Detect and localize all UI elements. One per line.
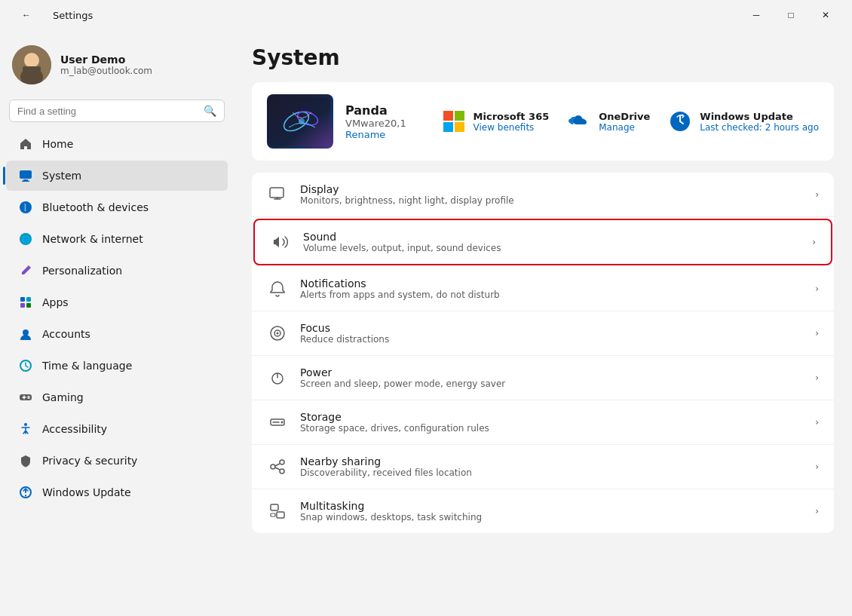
nav-accounts-label: Accounts [42,328,90,340]
storage-title: Storage [300,411,803,423]
svg-point-38 [280,469,284,473]
home-icon [18,136,33,152]
nav-bluetooth-label: Bluetooth & devices [42,201,149,213]
user-info: User Demo m_lab@outlook.com [60,54,152,76]
search-box[interactable]: 🔍 [9,100,225,122]
windowsupdate-link[interactable]: Windows Update Last checked: 2 hours ago [668,109,819,133]
sound-chevron: › [812,237,816,247]
power-chevron: › [815,372,819,383]
microsoft365-sub[interactable]: View benefits [474,122,550,133]
nav-apps-label: Apps [42,296,69,308]
nearby-desc: Discoverability, received files location [300,467,803,478]
nav-home[interactable]: Home [6,129,228,159]
avatar [12,45,51,84]
display-icon [267,184,288,205]
rename-link[interactable]: Rename [345,129,430,140]
nav-bluetooth[interactable]: ⦚ Bluetooth & devices [6,192,228,222]
settings-notifications[interactable]: Notifications Alerts from apps and syste… [252,267,834,311]
microsoft365-link[interactable]: Microsoft 365 View benefits [442,109,550,133]
bluetooth-icon: ⦚ [18,200,33,215]
svg-rect-4 [20,170,32,179]
windowsupdate-sub[interactable]: Last checked: 2 hours ago [700,122,819,133]
sound-desc: Volume levels, output, input, sound devi… [303,243,800,253]
svg-point-23 [299,118,305,124]
notifications-title: Notifications [300,277,803,290]
nearby-icon [267,456,288,477]
gaming-icon [18,390,33,405]
search-icon: 🔍 [204,105,216,117]
content-area: System [234,30,852,616]
nav-system-label: System [42,170,81,182]
minimize-button[interactable]: ─ [739,3,774,27]
nav-accessibility[interactable]: Accessibility [6,414,228,444]
user-profile[interactable]: User Demo m_lab@outlook.com [0,36,234,97]
svg-point-36 [271,464,275,469]
multitasking-title: Multitasking [300,500,803,512]
page-title: System [252,45,834,70]
nav-accounts[interactable]: Accounts [6,319,228,349]
nav-gaming[interactable]: Gaming [6,382,228,412]
settings-sound[interactable]: Sound Volume levels, output, input, soun… [253,219,832,265]
onedrive-sub[interactable]: Manage [599,122,650,133]
svg-point-18 [24,423,27,426]
svg-rect-40 [277,512,284,518]
svg-rect-39 [271,504,278,510]
svg-text:🌐: 🌐 [21,234,31,244]
nav-personalization[interactable]: Personalization [6,256,228,286]
accounts-icon [18,326,33,342]
onedrive-link[interactable]: OneDrive Manage [567,109,650,133]
update-icon [18,485,33,500]
nav-network-label: Network & internet [42,233,143,245]
svg-text:⦚: ⦚ [23,203,28,212]
nav-update[interactable]: Windows Update [6,477,228,507]
power-title: Power [300,366,803,378]
svg-rect-14 [26,303,31,308]
device-card: Panda VMware20,1 Rename [252,82,834,161]
storage-chevron: › [815,417,819,428]
search-input[interactable] [17,106,198,117]
settings-focus[interactable]: Focus Reduce distractions › [252,311,834,356]
svg-point-15 [23,329,29,336]
nav-system[interactable]: System [6,161,228,191]
nav-network[interactable]: 🌐 Network & internet [6,224,228,254]
nearby-chevron: › [815,461,819,472]
onedrive-title: OneDrive [599,111,650,122]
device-links: Microsoft 365 View benefits OneDrive [442,109,819,133]
titlebar-title: Settings [53,10,93,21]
multitasking-desc: Snap windows, desktops, task switching [300,512,803,523]
windowsupdate-title: Windows Update [700,111,819,122]
svg-rect-13 [20,303,25,308]
close-button[interactable]: ✕ [808,3,843,27]
back-button[interactable]: ← [9,3,44,27]
apps-icon [18,295,33,310]
settings-nearby[interactable]: Nearby sharing Discoverability, received… [252,445,834,489]
power-desc: Screen and sleep, power mode, energy sav… [300,378,803,389]
sound-title: Sound [303,231,800,243]
nav-personalization-label: Personalization [42,265,122,277]
windowsupdate-text: Windows Update Last checked: 2 hours ago [700,111,819,133]
svg-rect-41 [271,513,275,516]
sound-icon [270,231,291,253]
multitasking-text: Multitasking Snap windows, desktops, tas… [300,500,803,523]
onedrive-text: OneDrive Manage [599,111,650,133]
settings-storage[interactable]: Storage Storage space, drives, configura… [252,400,834,445]
nav-privacy-label: Privacy & security [42,455,137,467]
settings-multitasking[interactable]: Multitasking Snap windows, desktops, tas… [252,489,834,533]
device-info: Panda VMware20,1 Rename [345,103,430,140]
nearby-text: Nearby sharing Discoverability, received… [300,455,803,478]
maximize-button[interactable]: □ [774,3,808,27]
windowsupdate-icon [668,109,692,133]
svg-rect-6 [22,181,29,182]
titlebar-left: ← Settings [9,3,93,27]
nearby-title: Nearby sharing [300,455,803,467]
microsoft365-icon [442,109,466,133]
nav-apps[interactable]: Apps [6,287,228,317]
focus-chevron: › [815,328,819,339]
nav-privacy[interactable]: Privacy & security [6,446,228,476]
settings-display[interactable]: Display Monitors, brightness, night ligh… [252,173,834,217]
network-icon: 🌐 [18,231,33,247]
nav-time[interactable]: Time & language [6,351,228,381]
display-title: Display [300,183,803,195]
settings-power[interactable]: Power Screen and sleep, power mode, ener… [252,356,834,400]
device-name: Panda [345,103,430,118]
